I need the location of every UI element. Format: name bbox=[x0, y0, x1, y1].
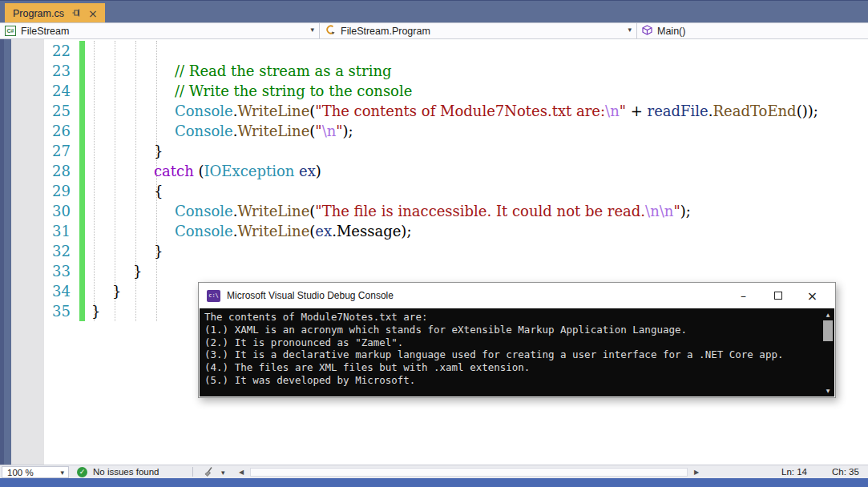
visual-studio-window: Program.cs × C# FileStream ▾ FileStream.… bbox=[0, 0, 868, 487]
editor-status-row: 100 % ▾ ✓ No issues found ▾ ◀ ▶ Ln: 14 C… bbox=[0, 465, 868, 478]
issues-check-icon: ✓ bbox=[77, 467, 87, 477]
chevron-down-icon: ▾ bbox=[60, 469, 64, 477]
line-number: 27 bbox=[32, 141, 71, 161]
divider bbox=[192, 467, 193, 477]
method-icon bbox=[642, 24, 652, 38]
code-text: } bbox=[133, 261, 142, 281]
scroll-up-icon[interactable]: ▲ bbox=[822, 309, 834, 320]
member-dropdown-label: Main() bbox=[657, 26, 685, 37]
pin-icon[interactable] bbox=[71, 6, 81, 21]
code-text: // Read the stream as a string bbox=[175, 61, 392, 81]
code-text: } bbox=[154, 241, 163, 261]
close-button[interactable]: × bbox=[795, 283, 830, 308]
scroll-right-icon[interactable]: ▶ bbox=[694, 469, 699, 476]
code-editor[interactable]: 2223// Read the stream as a string24// W… bbox=[0, 39, 868, 465]
console-output: The contents of Module7Notes.txt are:(1.… bbox=[200, 308, 834, 387]
line-number: 28 bbox=[32, 161, 71, 181]
code-text: } bbox=[154, 141, 163, 161]
code-line[interactable]: 23// Read the stream as a string bbox=[0, 61, 868, 81]
line-number: 32 bbox=[32, 241, 71, 261]
code-line[interactable]: 31Console.WriteLine(ex.Message); bbox=[0, 221, 868, 241]
code-line[interactable]: 26Console.WriteLine("\n"); bbox=[0, 121, 868, 141]
tab-title: Program.cs bbox=[13, 8, 64, 19]
console-scrollbar[interactable]: ▲ ▼ bbox=[822, 308, 834, 396]
minimize-button[interactable]: – bbox=[726, 283, 761, 308]
code-text: Console.WriteLine("The file is inaccessi… bbox=[175, 201, 691, 221]
scrollbar-thumb[interactable] bbox=[823, 320, 833, 341]
tab-program-cs[interactable]: Program.cs × bbox=[5, 3, 105, 23]
line-number: 30 bbox=[32, 201, 71, 221]
code-text: Console.WriteLine("\n"); bbox=[175, 121, 353, 141]
line-number: 22 bbox=[32, 41, 71, 61]
issues-status[interactable]: No issues found bbox=[93, 467, 159, 477]
code-line[interactable]: 28catch (IOException ex) bbox=[0, 161, 868, 181]
code-line[interactable]: 29{ bbox=[0, 181, 868, 201]
line-number: 35 bbox=[32, 301, 71, 321]
code-text: Console.WriteLine("The contents of Modul… bbox=[175, 101, 818, 121]
code-text: { bbox=[154, 181, 163, 201]
code-line[interactable]: 27} bbox=[0, 141, 868, 161]
line-number: 25 bbox=[32, 101, 71, 121]
maximize-icon bbox=[774, 292, 782, 300]
line-number: 34 bbox=[32, 281, 71, 301]
broom-icon bbox=[204, 466, 216, 477]
chevron-down-icon[interactable]: ▾ bbox=[221, 469, 225, 477]
code-line[interactable]: 22 bbox=[0, 41, 868, 61]
line-number: 31 bbox=[32, 221, 71, 241]
console-output-line: (1.) XAML is an acronym which stands for… bbox=[204, 324, 818, 336]
horizontal-scrollbar[interactable] bbox=[250, 468, 688, 477]
code-line[interactable]: 30Console.WriteLine("The file is inacces… bbox=[0, 201, 868, 221]
close-icon[interactable]: × bbox=[88, 8, 98, 19]
project-dropdown[interactable]: C# FileStream ▾ bbox=[0, 23, 320, 38]
member-dropdown[interactable]: Main() bbox=[637, 23, 868, 38]
debug-console-window[interactable]: c:\ Microsoft Visual Studio Debug Consol… bbox=[198, 282, 836, 398]
console-title-bar[interactable]: c:\ Microsoft Visual Studio Debug Consol… bbox=[200, 283, 834, 308]
line-indicator: Ln: 14 bbox=[781, 467, 807, 477]
csharp-icon: C# bbox=[5, 26, 16, 36]
chevron-down-icon: ▾ bbox=[310, 26, 314, 34]
line-number: 26 bbox=[32, 121, 71, 141]
maximize-button[interactable] bbox=[761, 283, 795, 308]
console-window-title: Microsoft Visual Studio Debug Console bbox=[227, 290, 394, 301]
code-text: } bbox=[91, 301, 100, 321]
class-icon bbox=[325, 24, 336, 38]
console-output-area: The contents of Module7Notes.txt are:(1.… bbox=[200, 308, 834, 396]
window-controls: – × bbox=[726, 283, 830, 308]
code-line[interactable]: 25Console.WriteLine("The contents of Mod… bbox=[0, 101, 868, 121]
navigation-bar: C# FileStream ▾ FileStream.Program ▾ Mai… bbox=[0, 22, 868, 39]
console-output-line: (4.) The files are XML files but with .x… bbox=[204, 361, 818, 374]
code-line[interactable]: 32} bbox=[0, 241, 868, 261]
line-number: 33 bbox=[32, 261, 71, 281]
console-output-line: The contents of Module7Notes.txt are: bbox=[204, 311, 818, 324]
type-dropdown[interactable]: FileStream.Program ▾ bbox=[320, 23, 637, 38]
status-bar-strip bbox=[0, 478, 868, 487]
scroll-left-icon[interactable]: ◀ bbox=[239, 469, 244, 476]
console-output-line: (3.) It is a declarative markup language… bbox=[204, 348, 818, 361]
zoom-level-combo[interactable]: 100 % ▾ bbox=[2, 466, 69, 478]
document-tab-strip: Program.cs × bbox=[0, 0, 868, 22]
code-text: } bbox=[112, 281, 121, 301]
console-output-line: (2.) It is pronounced as "Zamel". bbox=[204, 336, 818, 349]
line-number: 24 bbox=[32, 81, 71, 101]
code-text: catch (IOException ex) bbox=[154, 161, 321, 181]
chevron-down-icon: ▾ bbox=[628, 26, 632, 34]
code-text: // Write the string to the console bbox=[175, 81, 412, 101]
column-indicator: Ch: 35 bbox=[832, 467, 859, 477]
code-line[interactable]: 24// Write the string to the console bbox=[0, 81, 868, 101]
code-line[interactable]: 33} bbox=[0, 261, 868, 281]
scroll-down-icon[interactable]: ▼ bbox=[822, 385, 834, 396]
type-dropdown-label: FileStream.Program bbox=[341, 26, 430, 37]
console-app-icon: c:\ bbox=[207, 290, 220, 302]
project-dropdown-label: FileStream bbox=[21, 26, 69, 37]
line-number: 23 bbox=[32, 61, 71, 81]
code-cleanup-button[interactable] bbox=[204, 466, 216, 479]
console-output-line: (5.) It was developed by Microsoft. bbox=[204, 374, 818, 387]
zoom-level-value: 100 % bbox=[7, 468, 34, 477]
line-number: 29 bbox=[32, 181, 71, 201]
code-text: Console.WriteLine(ex.Message); bbox=[175, 221, 411, 241]
